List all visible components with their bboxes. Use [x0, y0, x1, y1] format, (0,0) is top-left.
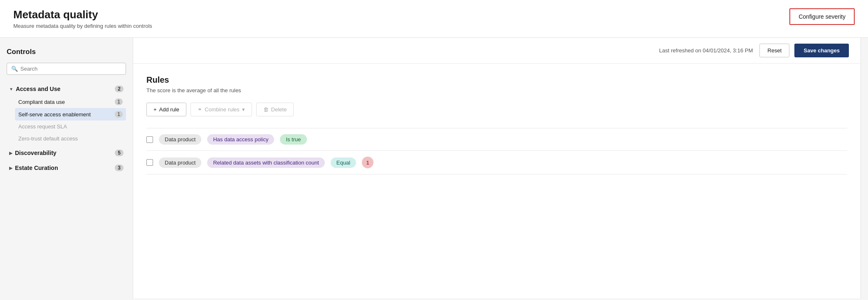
page-title: Metadata quality [13, 8, 152, 21]
rule-value-1: Is true [280, 134, 307, 145]
reset-button[interactable]: Reset [759, 44, 789, 57]
sidebar-item-self-serve-access[interactable]: Self-serve access enablement 1 [15, 108, 126, 120]
add-rule-label: Add rule [159, 106, 179, 113]
rule-subject-1: Data product [159, 134, 201, 145]
plus-icon: + [153, 106, 157, 113]
right-panel-edge [861, 38, 868, 298]
rule-checkbox-2[interactable] [146, 159, 153, 166]
sidebar-group-header-estate-curation[interactable]: ▶ Estate Curation 3 [7, 161, 126, 175]
item-badge-compliant-data-use: 1 [115, 98, 123, 105]
rule-row: Data product Related data assets with cl… [146, 151, 847, 175]
header-title-group: Metadata quality Measure metadata qualit… [13, 8, 152, 29]
content-toolbar: Last refreshed on 04/01/2024, 3:16 PM Re… [133, 38, 861, 64]
sidebar-group-estate-curation: ▶ Estate Curation 3 [7, 161, 126, 175]
sidebar-group-header-discoverability[interactable]: ▶ Discoverability 5 [7, 146, 126, 160]
rules-title: Rules [146, 75, 847, 85]
main-layout: Controls 🔍 ▼ Access and Use 2 Compliant … [0, 38, 868, 298]
sidebar: Controls 🔍 ▼ Access and Use 2 Compliant … [0, 38, 133, 298]
page-subtitle: Measure metadata quality by defining rul… [13, 23, 152, 29]
chevron-right-icon-disc: ▶ [9, 151, 12, 155]
sidebar-group-header-left: ▼ Access and Use [9, 86, 60, 92]
sidebar-item-zero-trust: Zero-trust default access [15, 133, 126, 145]
rule-row: Data product Has data access policy Is t… [146, 128, 847, 151]
item-label-zero-trust: Zero-trust default access [18, 135, 78, 142]
search-icon: 🔍 [11, 66, 18, 72]
chevron-down-icon: ▼ [9, 87, 13, 91]
group-label-access-and-use: Access and Use [16, 86, 60, 92]
delete-label: Delete [271, 106, 287, 113]
search-box[interactable]: 🔍 [7, 63, 126, 75]
sidebar-items-access-and-use: Compliant data use 1 Self-serve access e… [7, 96, 126, 145]
group-badge-access-and-use: 2 [115, 86, 124, 92]
sidebar-group-header-left-disc: ▶ Discoverability [9, 150, 57, 156]
rules-list: Data product Has data access policy Is t… [146, 128, 847, 175]
delete-button[interactable]: 🗑 Delete [256, 103, 294, 116]
refresh-timestamp: Last refreshed on 04/01/2024, 3:16 PM [659, 47, 753, 54]
rule-condition-1: Has data access policy [207, 134, 274, 145]
rule-condition-2: Related data assets with classification … [207, 157, 324, 168]
add-rule-button[interactable]: + Add rule [146, 103, 186, 116]
sidebar-group-access-and-use: ▼ Access and Use 2 Compliant data use 1 … [7, 82, 126, 145]
rules-section: Rules The score is the average of all th… [133, 64, 861, 186]
group-badge-discoverability: 5 [115, 150, 124, 156]
page-header: Metadata quality Measure metadata qualit… [0, 0, 868, 38]
group-badge-estate-curation: 3 [115, 165, 124, 171]
main-content: Last refreshed on 04/01/2024, 3:16 PM Re… [133, 38, 861, 298]
combine-icon: ⚭ [198, 106, 202, 113]
group-label-discoverability: Discoverability [15, 150, 57, 156]
trash-icon: 🗑 [263, 106, 269, 113]
item-badge-self-serve: 1 [115, 111, 123, 118]
rule-subject-2: Data product [159, 157, 201, 168]
combine-rules-button[interactable]: ⚭ Combine rules ▾ [190, 103, 252, 116]
item-label-access-request-sla: Access request SLA [18, 123, 67, 130]
rules-actions: + Add rule ⚭ Combine rules ▾ 🗑 Delete [146, 103, 847, 116]
rule-operator-2: Equal [331, 157, 356, 168]
rules-subtitle: The score is the average of all the rule… [146, 87, 847, 93]
item-label-self-serve: Self-serve access enablement [18, 111, 91, 118]
group-label-estate-curation: Estate Curation [15, 165, 58, 171]
chevron-down-icon-combine: ▾ [242, 106, 245, 113]
rule-checkbox-1[interactable] [146, 136, 153, 143]
chevron-right-icon-estate: ▶ [9, 166, 12, 170]
item-label-compliant-data-use: Compliant data use [18, 99, 65, 105]
sidebar-title: Controls [7, 48, 126, 56]
sidebar-item-access-request-sla: Access request SLA [15, 120, 126, 133]
rule-value-2: 1 [362, 157, 373, 168]
sidebar-group-header-access-and-use[interactable]: ▼ Access and Use 2 [7, 82, 126, 96]
search-input[interactable] [20, 66, 121, 72]
sidebar-group-header-left-estate: ▶ Estate Curation [9, 165, 58, 171]
sidebar-group-discoverability: ▶ Discoverability 5 [7, 146, 126, 160]
sidebar-item-compliant-data-use[interactable]: Compliant data use 1 [15, 96, 126, 108]
configure-severity-button[interactable]: Configure severity [789, 8, 855, 25]
save-changes-button[interactable]: Save changes [794, 44, 849, 57]
combine-rules-label: Combine rules [205, 106, 240, 113]
